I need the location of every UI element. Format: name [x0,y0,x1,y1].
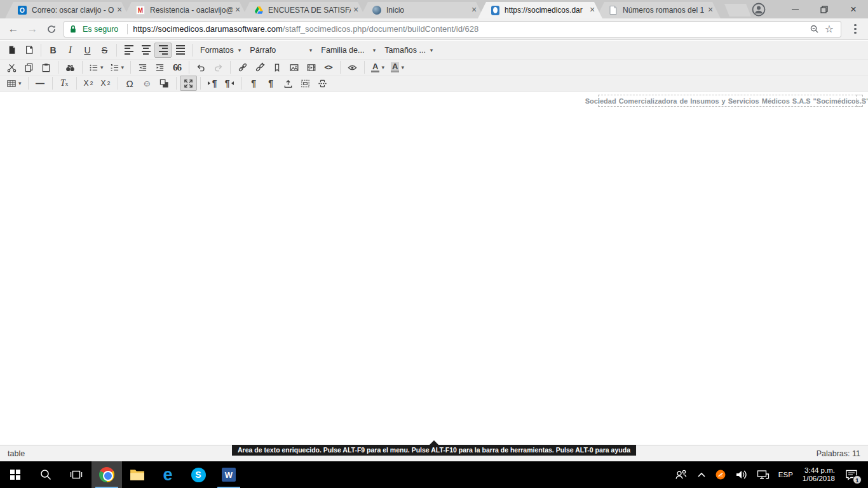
header-table-cell[interactable]: Sociedad Comercializadora de Insumos y S… [598,95,857,107]
tab-close-icon[interactable]: × [351,5,361,15]
new-document-icon [8,45,17,55]
tab-numeros-romanos[interactable]: Números romanos del 1 × [596,2,721,18]
background-color-button[interactable]: A▾ [388,60,407,75]
search-button[interactable] [31,461,61,488]
tab-resistencia[interactable]: M Resistencia - oaclavijo@ × [123,2,248,18]
ltr-button[interactable]: ¶ [204,76,221,91]
minimize-button[interactable] [780,1,810,18]
restore-button[interactable] [810,1,839,18]
visual-blocks-button[interactable] [156,76,173,91]
close-window-button[interactable]: × [839,1,868,18]
people-icon[interactable] [670,461,693,488]
clear-formatting-button[interactable]: Tx [56,76,73,91]
align-center-button[interactable] [137,43,154,58]
tab-close-icon[interactable]: × [587,5,597,15]
back-button[interactable]: ← [4,20,23,38]
show-hidden-icons-chevron[interactable] [693,461,710,488]
bold-button[interactable]: B [44,43,62,58]
tab-socimedicos-active[interactable]: https://socimedicos.dar × [478,2,602,18]
rtl-button[interactable]: ¶ [221,76,238,91]
reload-button[interactable] [42,20,61,38]
volume-icon[interactable] [731,461,752,488]
page-break-button[interactable] [314,76,331,91]
numbered-list-button[interactable]: ▾ [107,60,128,75]
taskbar-explorer-button[interactable] [122,461,153,488]
header-table[interactable]: Sociedad Comercializadora de Insumos y S… [598,95,863,107]
fullscreen-button[interactable] [180,76,197,91]
justify-button[interactable] [172,43,189,58]
action-center-button[interactable]: 1 [840,461,865,488]
taskbar-clock[interactable]: 3:44 p.m. 1/06/2018 [797,466,840,483]
table-button[interactable]: ▾ [3,76,25,91]
browser-menu-icon[interactable] [846,20,864,38]
align-left-button[interactable] [120,43,137,58]
find-replace-button[interactable] [62,60,79,75]
formats-dropdown[interactable]: Formatos▾ [196,43,245,58]
tab-encuesta[interactable]: ENCUESTA DE SATISFAC × [241,2,366,18]
avast-icon[interactable] [710,461,731,488]
restore-draft-button[interactable] [20,43,37,58]
font-size-dropdown[interactable]: Tamaños ...▾ [380,43,437,58]
table-icon [6,79,17,88]
tab-close-icon[interactable]: × [705,5,715,15]
taskbar-chrome-button[interactable] [92,461,122,488]
address-bar[interactable]: Es seguro https://socimedicos.darumasoft… [64,21,841,37]
underline-button[interactable]: U [79,43,96,58]
element-path[interactable]: table [8,449,25,458]
taskbar-edge-button[interactable]: e [153,461,183,488]
decrease-indent-button[interactable] [134,60,151,75]
cut-button[interactable] [3,60,20,75]
gmail-icon: M [135,5,146,15]
taskbar-word-button[interactable]: W [214,461,244,488]
preview-button[interactable] [344,60,361,75]
insert-image-button[interactable] [285,60,302,75]
insert-template-button[interactable] [297,76,314,91]
network-icon[interactable] [752,461,774,488]
new-tab-button[interactable] [724,4,751,17]
header-table-mini-cell[interactable] [857,95,863,107]
copy-button[interactable] [20,60,37,75]
tab-inicio[interactable]: Inicio × [360,2,484,18]
blockquote-button[interactable]: 66 [168,60,186,75]
remove-link-button[interactable] [251,60,268,75]
bookmark-star-icon[interactable]: ☆ [822,22,837,37]
zoom-search-icon[interactable] [806,22,822,37]
undo-button[interactable] [193,60,210,75]
profile-avatar-icon[interactable] [751,2,766,17]
tab-close-icon[interactable]: × [233,5,243,15]
superscript-button[interactable]: X2 [97,76,114,91]
new-document-button[interactable] [3,43,20,58]
tab-close-icon[interactable]: × [469,5,479,15]
horizontal-rule-button[interactable]: — [32,76,49,91]
restore-icon [820,6,828,13]
increase-indent-button[interactable] [151,60,168,75]
align-right-button[interactable] [154,43,172,58]
font-family-dropdown[interactable]: Familia de...▾ [316,43,380,58]
taskbar-skype-button[interactable]: S [183,461,214,488]
redo-button[interactable] [210,60,227,75]
show-paragraphs-button[interactable]: ¶ [262,76,280,91]
task-view-button[interactable] [61,461,92,488]
forward-button[interactable]: → [23,20,42,38]
show-invisibles-button[interactable]: ¶ [245,76,262,91]
italic-button[interactable]: I [62,43,79,58]
emoticons-button[interactable]: ☺ [139,76,156,91]
source-code-button[interactable]: <> [320,60,337,75]
special-character-button[interactable]: Ω [121,76,139,91]
tab-correo[interactable]: O Correo: oscar clavijo - O × [5,2,130,18]
subscript-button[interactable]: X2 [80,76,97,91]
editor-content[interactable]: Sociedad Comercializadora de Insumos y S… [0,92,868,445]
start-button[interactable] [0,461,31,488]
anchor-button[interactable] [268,60,285,75]
url-text[interactable]: https://socimedicos.darumasoftware.com/s… [133,24,806,34]
insert-link-button[interactable] [234,60,251,75]
strikethrough-button[interactable]: S [96,43,113,58]
bullet-list-button[interactable]: ▾ [86,60,107,75]
insert-media-button[interactable] [302,60,320,75]
language-indicator[interactable]: ESP [774,461,797,488]
import-button[interactable] [280,76,297,91]
tab-close-icon[interactable]: × [114,5,125,15]
paste-button[interactable] [37,60,55,75]
paragraph-dropdown[interactable]: Párrafo▾ [245,43,316,58]
text-color-button[interactable]: A▾ [368,60,388,75]
